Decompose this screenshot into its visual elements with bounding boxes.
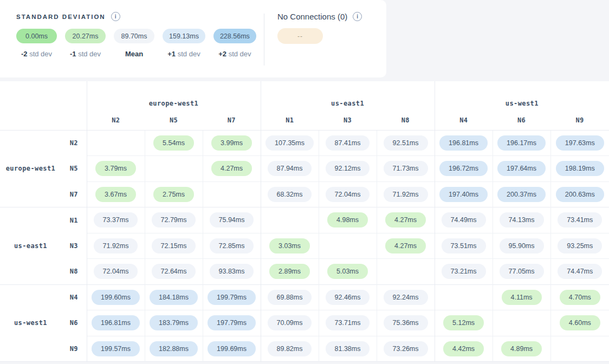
latency-pill[interactable]: 89.82ms	[268, 341, 312, 356]
latency-pill[interactable]: 4.89ms	[501, 341, 542, 356]
latency-pill[interactable]: 200.37ms	[497, 187, 546, 202]
latency-pill[interactable]: 75.36ms	[384, 315, 428, 330]
latency-cell: 71.73ms	[377, 156, 435, 182]
latency-cell: 95.90ms	[493, 233, 550, 259]
latency-pill[interactable]: 92.12ms	[326, 161, 370, 176]
latency-pill[interactable]: 68.32ms	[268, 187, 312, 202]
col-node-label: N9	[550, 111, 609, 130]
latency-pill[interactable]: 73.41ms	[558, 212, 602, 227]
col-node-label: N7	[203, 111, 261, 130]
col-node-label: N5	[145, 111, 203, 130]
latency-pill[interactable]: 5.03ms	[327, 264, 368, 279]
info-icon[interactable]: i	[111, 12, 120, 21]
latency-pill[interactable]: 200.63ms	[556, 187, 604, 202]
latency-pill[interactable]: 92.46ms	[326, 290, 370, 305]
legend-stop: 159.13ms +1 std dev	[163, 29, 205, 58]
latency-cell: 71.92ms	[87, 233, 145, 259]
latency-pill[interactable]: 3.99ms	[211, 135, 252, 151]
latency-pill[interactable]: 4.98ms	[327, 212, 368, 227]
latency-pill[interactable]: 74.47ms	[558, 264, 602, 279]
latency-pill[interactable]: 81.38ms	[326, 341, 370, 356]
latency-cell: 71.92ms	[377, 181, 435, 207]
latency-pill[interactable]: 72.15ms	[152, 238, 196, 253]
latency-pill[interactable]: 4.42ms	[443, 341, 484, 356]
latency-cell: 197.40ms	[435, 181, 493, 207]
latency-pill[interactable]: 197.40ms	[439, 187, 488, 202]
latency-pill[interactable]: 197.63ms	[556, 135, 604, 151]
row-node-label: N4	[61, 284, 87, 310]
latency-pill[interactable]: 4.70ms	[560, 290, 600, 305]
latency-pill[interactable]: 71.73ms	[384, 161, 428, 176]
latency-pill[interactable]: 3.67ms	[95, 187, 136, 202]
latency-pill[interactable]: 71.92ms	[94, 238, 138, 253]
latency-pill[interactable]: 199.79ms	[208, 290, 256, 305]
latency-pill[interactable]: 2.75ms	[153, 187, 194, 202]
latency-pill[interactable]: 182.88ms	[150, 341, 198, 356]
latency-pill[interactable]: 73.21ms	[442, 264, 486, 279]
latency-pill[interactable]: 93.25ms	[558, 238, 602, 253]
latency-pill[interactable]: 183.79ms	[150, 315, 198, 330]
latency-pill[interactable]: 72.64ms	[152, 264, 196, 279]
latency-pill[interactable]: 73.51ms	[442, 238, 486, 253]
latency-pill[interactable]: 184.18ms	[150, 290, 198, 305]
row-node-label: N6	[61, 310, 87, 336]
latency-pill[interactable]: 5.54ms	[153, 135, 194, 151]
legend-chip: 20.27ms	[65, 29, 106, 43]
latency-cell: 3.99ms	[203, 130, 261, 156]
latency-pill[interactable]: 87.94ms	[268, 161, 312, 176]
latency-pill[interactable]: 92.51ms	[384, 135, 428, 151]
info-icon[interactable]: i	[353, 12, 362, 21]
latency-pill[interactable]: 199.57ms	[92, 341, 140, 356]
latency-cell-empty	[203, 181, 261, 207]
row-node-label: N2	[61, 130, 87, 156]
latency-pill[interactable]: 196.81ms	[92, 315, 140, 330]
latency-pill[interactable]: 107.35ms	[265, 135, 314, 151]
latency-pill[interactable]: 4.27ms	[385, 238, 426, 253]
latency-pill[interactable]: 70.09ms	[268, 315, 312, 330]
legend-stop: 89.70ms Mean	[114, 29, 154, 58]
latency-pill[interactable]: 92.24ms	[384, 290, 428, 305]
latency-cell: 72.85ms	[203, 233, 261, 259]
latency-pill[interactable]: 3.79ms	[95, 161, 136, 176]
latency-pill[interactable]: 95.90ms	[500, 238, 544, 253]
latency-cell: 73.37ms	[87, 207, 145, 233]
latency-pill[interactable]: 73.26ms	[384, 341, 428, 356]
latency-pill[interactable]: 4.27ms	[211, 161, 252, 176]
latency-pill[interactable]: 4.27ms	[385, 212, 426, 227]
latency-pill[interactable]: 93.83ms	[210, 264, 254, 279]
latency-cell: 5.54ms	[145, 130, 203, 156]
latency-pill[interactable]: 72.04ms	[94, 264, 138, 279]
latency-pill[interactable]: 197.64ms	[497, 161, 546, 176]
latency-pill[interactable]: 196.81ms	[439, 135, 488, 151]
latency-pill[interactable]: 71.92ms	[384, 187, 428, 202]
latency-pill[interactable]: 5.12ms	[443, 315, 484, 330]
latency-pill[interactable]: 198.19ms	[556, 161, 604, 176]
latency-pill[interactable]: 72.85ms	[210, 238, 254, 253]
latency-pill[interactable]: 199.69ms	[208, 341, 256, 356]
latency-pill[interactable]: 2.89ms	[269, 264, 310, 279]
legend-stop-label: -1 std dev	[70, 50, 101, 58]
latency-pill[interactable]: 196.17ms	[497, 135, 546, 151]
latency-cell: 199.57ms	[87, 336, 145, 362]
latency-cell: 4.60ms	[550, 310, 609, 336]
latency-pill[interactable]: 4.11ms	[502, 290, 542, 305]
latency-pill[interactable]: 69.88ms	[268, 290, 312, 305]
latency-pill[interactable]: 72.04ms	[326, 187, 370, 202]
latency-pill[interactable]: 197.79ms	[208, 315, 256, 330]
latency-cell: 89.82ms	[261, 336, 319, 362]
latency-pill[interactable]: 73.71ms	[326, 315, 370, 330]
latency-pill[interactable]: 199.60ms	[92, 290, 140, 305]
row-group-label: us-east1	[0, 207, 61, 285]
latency-pill[interactable]: 196.72ms	[439, 161, 488, 176]
latency-pill[interactable]: 74.13ms	[500, 212, 544, 227]
latency-pill[interactable]: 74.49ms	[442, 212, 486, 227]
latency-pill[interactable]: 3.03ms	[269, 238, 310, 253]
latency-pill[interactable]: 87.41ms	[326, 135, 370, 151]
latency-pill[interactable]: 75.94ms	[210, 212, 254, 227]
latency-pill[interactable]: 73.37ms	[94, 212, 138, 227]
latency-pill[interactable]: 77.05ms	[500, 264, 544, 279]
latency-pill[interactable]: 72.79ms	[152, 212, 196, 227]
latency-cell: 92.51ms	[377, 130, 435, 156]
latency-pill[interactable]: 4.60ms	[560, 315, 600, 330]
legend-card: STANDARD DEVIATION i 0.00ms -2 std dev 2…	[0, 0, 386, 77]
